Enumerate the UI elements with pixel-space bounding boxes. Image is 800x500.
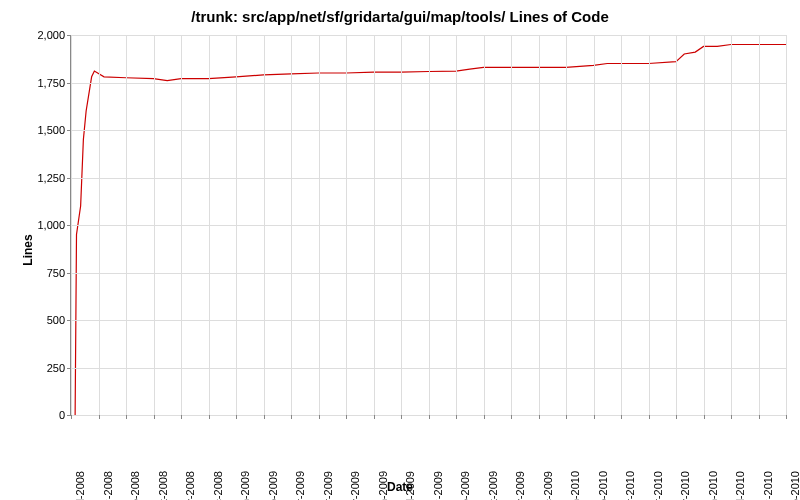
xtick-label: Feb-2010 (597, 471, 609, 500)
xtick-label: Jan-2009 (239, 471, 251, 500)
xtick-label: Jun-2009 (377, 471, 389, 500)
xtick-mark (566, 415, 567, 419)
gridline-v (456, 35, 457, 415)
xtick-label: Aug-2010 (762, 471, 774, 500)
xtick-mark (126, 415, 127, 419)
xtick-label: Feb-2009 (267, 471, 279, 500)
xtick-label: Apr-2009 (322, 471, 334, 500)
xtick-label: Sep-2009 (459, 471, 471, 500)
xtick-mark (264, 415, 265, 419)
xtick-label: Mar-2009 (294, 471, 306, 500)
xtick-mark (401, 415, 402, 419)
xtick-mark (676, 415, 677, 419)
gridline-v (621, 35, 622, 415)
xtick-mark (374, 415, 375, 419)
xtick-label: Sep-2010 (789, 471, 800, 500)
xtick-mark (649, 415, 650, 419)
ytick-label: 750 (15, 267, 65, 279)
gridline-v (649, 35, 650, 415)
xtick-label: Dec-2009 (542, 471, 554, 500)
gridline-v (126, 35, 127, 415)
xtick-mark (346, 415, 347, 419)
ytick-label: 250 (15, 362, 65, 374)
gridline-v (566, 35, 567, 415)
ytick-label: 500 (15, 314, 65, 326)
xtick-mark (484, 415, 485, 419)
gridline-v (484, 35, 485, 415)
gridline-v (731, 35, 732, 415)
gridline-v (346, 35, 347, 415)
xtick-mark (71, 415, 72, 419)
xtick-mark (291, 415, 292, 419)
xtick-label: May-2009 (349, 471, 361, 500)
gridline-v (704, 35, 705, 415)
xtick-label: Oct-2008 (157, 471, 169, 500)
gridline-v (374, 35, 375, 415)
gridline-v (401, 35, 402, 415)
xtick-label: May-2010 (679, 471, 691, 500)
gridline-v (154, 35, 155, 415)
gridline-v (264, 35, 265, 415)
gridline-v (99, 35, 100, 415)
xtick-label: Nov-2008 (184, 471, 196, 500)
gridline-v (786, 35, 787, 415)
xtick-label: Aug-2009 (432, 471, 444, 500)
ytick-label: 1,750 (15, 77, 65, 89)
gridline-v (759, 35, 760, 415)
xtick-mark (759, 415, 760, 419)
plot-area (70, 35, 786, 416)
gridline-v (676, 35, 677, 415)
xtick-label: Apr-2010 (652, 471, 664, 500)
xtick-mark (539, 415, 540, 419)
xtick-mark (429, 415, 430, 419)
xtick-mark (731, 415, 732, 419)
y-axis-label: Lines (21, 234, 35, 265)
xtick-mark (154, 415, 155, 419)
xtick-label: Jun-2010 (707, 471, 719, 500)
xtick-mark (181, 415, 182, 419)
gridline-v (181, 35, 182, 415)
ytick-label: 1,250 (15, 172, 65, 184)
xtick-label: Jul-2009 (404, 471, 416, 500)
gridline-v (539, 35, 540, 415)
xtick-mark (456, 415, 457, 419)
gridline-v (236, 35, 237, 415)
xtick-mark (621, 415, 622, 419)
chart-title: /trunk: src/app/net/sf/gridarta/gui/map/… (0, 8, 800, 25)
gridline-v (319, 35, 320, 415)
ytick-label: 1,500 (15, 124, 65, 136)
gridline-v (291, 35, 292, 415)
xtick-label: Aug-2008 (102, 471, 114, 500)
xtick-mark (236, 415, 237, 419)
xtick-mark (704, 415, 705, 419)
xtick-label: Jan-2010 (569, 471, 581, 500)
xtick-label: Mar-2010 (624, 471, 636, 500)
chart-container: /trunk: src/app/net/sf/gridarta/gui/map/… (0, 0, 800, 500)
xtick-label: Jul-2008 (74, 471, 86, 500)
ytick-label: 2,000 (15, 29, 65, 41)
gridline-v (209, 35, 210, 415)
xtick-label: Oct-2009 (487, 471, 499, 500)
xtick-mark (786, 415, 787, 419)
xtick-mark (99, 415, 100, 419)
xtick-mark (319, 415, 320, 419)
xtick-label: Dec-2008 (212, 471, 224, 500)
xtick-label: Nov-2009 (514, 471, 526, 500)
gridline-v (594, 35, 595, 415)
xtick-mark (594, 415, 595, 419)
xtick-mark (209, 415, 210, 419)
xtick-label: Jul-2010 (734, 471, 746, 500)
gridline-v (71, 35, 72, 415)
ytick-label: 1,000 (15, 219, 65, 231)
xtick-label: Sep-2008 (129, 471, 141, 500)
gridline-v (429, 35, 430, 415)
gridline-v (511, 35, 512, 415)
ytick-label: 0 (15, 409, 65, 421)
xtick-mark (511, 415, 512, 419)
